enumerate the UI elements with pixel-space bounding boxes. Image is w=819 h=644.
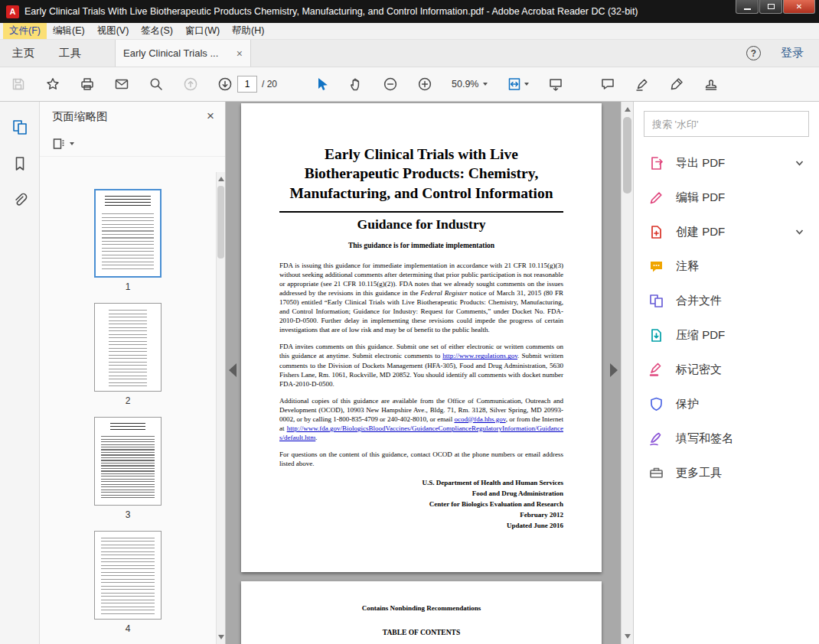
thumbnails-options-row <box>40 131 225 157</box>
bookmarks-tab[interactable] <box>11 155 28 172</box>
page-number-input[interactable] <box>237 76 257 93</box>
email-button[interactable] <box>114 76 129 92</box>
tool-protect[interactable]: 保护 <box>644 387 809 421</box>
document-scrollbar[interactable] <box>621 102 633 644</box>
tool-export-pdf[interactable]: 导出 PDF <box>644 146 809 181</box>
thumbnail-options-icon[interactable] <box>52 137 66 151</box>
tool-fill-sign[interactable]: 填写和签名 <box>644 421 809 456</box>
minus-circle-icon <box>383 76 398 92</box>
thumbnail-page-1[interactable]: 1 <box>40 189 216 292</box>
chevron-down-icon[interactable] <box>795 227 804 237</box>
protect-shield-icon <box>648 396 664 412</box>
tool-more-tools[interactable]: 更多工具 <box>644 456 809 490</box>
panel-close-icon[interactable]: × <box>207 109 214 124</box>
thumbnail-page-number: 1 <box>40 281 216 292</box>
comment-tool-button[interactable] <box>600 76 615 92</box>
cursor-arrow-icon <box>314 76 329 92</box>
thumbnail-page-3[interactable]: 3 <box>40 417 216 520</box>
ocod-email-link[interactable]: ocod@fda.hhs.gov <box>454 415 505 423</box>
tool-comment[interactable]: 注释 <box>644 249 809 284</box>
scrollbar-thumb[interactable] <box>623 117 631 194</box>
tool-label: 压缩 PDF <box>676 328 725 343</box>
printer-icon <box>80 76 95 92</box>
highlight-tool-button[interactable] <box>635 76 650 92</box>
create-pdf-icon <box>648 224 664 240</box>
thumbnail-page-2[interactable]: 2 <box>40 303 216 406</box>
menu-file[interactable]: 文件(F) <box>3 23 47 39</box>
hand-tool-button[interactable] <box>348 76 364 92</box>
scroll-up-icon[interactable] <box>218 177 224 181</box>
thumbnails-panel-title: 页面缩略图 <box>52 109 108 124</box>
pdf-page-2[interactable]: Contains Nonbinding Recommendations TABL… <box>241 581 602 644</box>
fit-width-icon <box>507 76 522 92</box>
attachments-tab[interactable] <box>11 192 28 209</box>
page-display-button[interactable] <box>548 76 563 92</box>
find-button[interactable] <box>148 76 164 92</box>
favorite-button[interactable] <box>45 76 60 92</box>
menu-edit[interactable]: 编辑(E) <box>47 23 91 39</box>
page-fit-dropdown[interactable] <box>507 76 529 92</box>
edit-pdf-icon <box>648 190 664 206</box>
thumbnail-page-number: 4 <box>40 623 216 634</box>
save-button[interactable] <box>11 76 26 92</box>
tool-label: 合并文件 <box>676 294 722 308</box>
tool-redact[interactable]: 标记密文 <box>644 353 809 387</box>
paragraph-3: Additional copies of this guidance are a… <box>279 396 563 442</box>
tool-create-pdf[interactable]: 创建 PDF <box>644 215 809 249</box>
tab-close-icon[interactable]: × <box>237 48 243 59</box>
signin-button[interactable]: 登录 <box>781 46 804 60</box>
menu-window[interactable]: 窗口(W) <box>179 23 226 39</box>
zoom-out-button[interactable] <box>383 76 398 92</box>
print-button[interactable] <box>80 76 95 92</box>
chevron-down-icon[interactable] <box>795 158 804 168</box>
thumbnail-page-4[interactable]: 4 <box>40 531 216 634</box>
scroll-down-icon[interactable] <box>218 635 224 639</box>
tabbar-right: ? 登录 <box>746 40 819 67</box>
hand-icon <box>348 76 364 92</box>
magnifier-icon <box>148 76 164 92</box>
close-button[interactable]: ✕ <box>783 0 815 14</box>
tool-combine-files[interactable]: 合并文件 <box>644 284 809 318</box>
menu-view[interactable]: 视图(V) <box>91 23 135 39</box>
scroll-up-icon[interactable] <box>625 107 631 112</box>
next-page-button[interactable] <box>217 76 233 92</box>
page-thumbnails-tab[interactable] <box>11 119 28 135</box>
document-view[interactable]: Early Clinical Trials with Live Biothera… <box>226 102 633 644</box>
scrollbar-thumb[interactable] <box>217 186 224 259</box>
compress-pdf-icon <box>648 327 664 343</box>
tool-label: 填写和签名 <box>676 431 733 446</box>
stamp-tool-button[interactable] <box>703 76 719 92</box>
tab-home[interactable]: 主页 <box>0 40 47 67</box>
implementation-notice: This guidance is for immediate implement… <box>279 242 563 249</box>
minimize-button[interactable] <box>736 0 759 14</box>
tools-search-input[interactable] <box>644 111 809 137</box>
select-tool-button[interactable] <box>314 76 329 92</box>
regulations-gov-link[interactable]: http://www.regulations.gov <box>442 352 517 359</box>
tool-compress-pdf[interactable]: 压缩 PDF <box>644 318 809 353</box>
next-page-arrow[interactable] <box>610 363 618 377</box>
help-button[interactable]: ? <box>746 46 761 60</box>
zoom-level-dropdown[interactable]: 50.9% <box>452 79 488 89</box>
chevron-down-icon <box>483 83 488 86</box>
close-icon: ✕ <box>796 2 802 11</box>
pdf-page-1[interactable]: Early Clinical Trials with Live Biothera… <box>241 103 602 572</box>
menu-sign[interactable]: 签名(S) <box>135 23 179 39</box>
bookmark-icon <box>11 155 28 172</box>
sign-tool-button[interactable] <box>669 76 684 92</box>
tool-label: 保护 <box>676 397 699 411</box>
thumbnails-scrollbar[interactable] <box>216 172 225 644</box>
stamp-icon <box>703 76 719 92</box>
paragraph-text: . <box>315 434 317 441</box>
tab-tools[interactable]: 工具 <box>47 40 93 67</box>
zoom-level-value: 50.9% <box>452 79 478 89</box>
zoom-in-button[interactable] <box>417 76 432 92</box>
previous-page-arrow[interactable] <box>229 363 237 377</box>
envelope-icon <box>114 76 129 92</box>
previous-page-button[interactable] <box>183 76 198 92</box>
menu-help[interactable]: 帮助(H) <box>226 23 270 39</box>
maximize-button[interactable] <box>759 0 782 14</box>
tool-edit-pdf[interactable]: 编辑 PDF <box>644 181 809 215</box>
fda-guidance-url-link[interactable]: http://www.fda.gov/BiologicsBloodVaccine… <box>279 424 563 441</box>
tab-document[interactable]: Early Clinical Trials ... × <box>115 40 251 67</box>
scroll-down-icon[interactable] <box>625 634 631 639</box>
